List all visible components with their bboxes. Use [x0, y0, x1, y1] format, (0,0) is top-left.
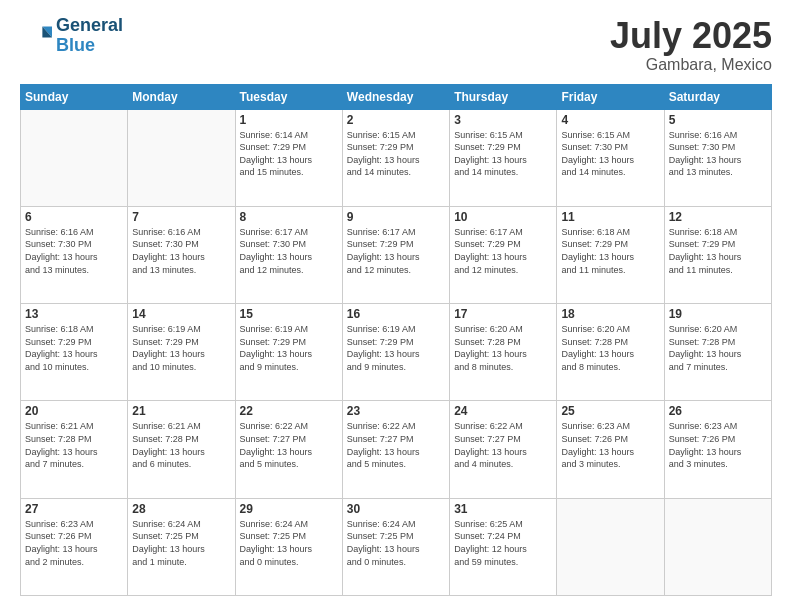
calendar-cell [557, 498, 664, 595]
day-number: 17 [454, 307, 552, 321]
day-number: 24 [454, 404, 552, 418]
day-number: 3 [454, 113, 552, 127]
calendar-cell: 3Sunrise: 6:15 AM Sunset: 7:29 PM Daylig… [450, 109, 557, 206]
day-info: Sunrise: 6:23 AM Sunset: 7:26 PM Dayligh… [669, 420, 767, 470]
day-number: 29 [240, 502, 338, 516]
day-info: Sunrise: 6:18 AM Sunset: 7:29 PM Dayligh… [669, 226, 767, 276]
calendar-cell: 20Sunrise: 6:21 AM Sunset: 7:28 PM Dayli… [21, 401, 128, 498]
calendar-weekday-header: Saturday [664, 84, 771, 109]
calendar-cell: 18Sunrise: 6:20 AM Sunset: 7:28 PM Dayli… [557, 304, 664, 401]
day-info: Sunrise: 6:20 AM Sunset: 7:28 PM Dayligh… [454, 323, 552, 373]
calendar-weekday-header: Wednesday [342, 84, 449, 109]
calendar-cell: 19Sunrise: 6:20 AM Sunset: 7:28 PM Dayli… [664, 304, 771, 401]
calendar-cell: 23Sunrise: 6:22 AM Sunset: 7:27 PM Dayli… [342, 401, 449, 498]
calendar-cell: 27Sunrise: 6:23 AM Sunset: 7:26 PM Dayli… [21, 498, 128, 595]
day-number: 30 [347, 502, 445, 516]
calendar-cell: 31Sunrise: 6:25 AM Sunset: 7:24 PM Dayli… [450, 498, 557, 595]
day-info: Sunrise: 6:19 AM Sunset: 7:29 PM Dayligh… [240, 323, 338, 373]
calendar-cell: 2Sunrise: 6:15 AM Sunset: 7:29 PM Daylig… [342, 109, 449, 206]
calendar-cell [21, 109, 128, 206]
calendar-week-row: 13Sunrise: 6:18 AM Sunset: 7:29 PM Dayli… [21, 304, 772, 401]
day-number: 15 [240, 307, 338, 321]
calendar-cell: 17Sunrise: 6:20 AM Sunset: 7:28 PM Dayli… [450, 304, 557, 401]
logo-icon [20, 20, 52, 52]
calendar-cell [664, 498, 771, 595]
day-number: 13 [25, 307, 123, 321]
day-info: Sunrise: 6:15 AM Sunset: 7:29 PM Dayligh… [454, 129, 552, 179]
calendar-cell: 5Sunrise: 6:16 AM Sunset: 7:30 PM Daylig… [664, 109, 771, 206]
day-number: 18 [561, 307, 659, 321]
day-number: 25 [561, 404, 659, 418]
logo: General Blue [20, 16, 123, 56]
calendar-cell: 15Sunrise: 6:19 AM Sunset: 7:29 PM Dayli… [235, 304, 342, 401]
day-info: Sunrise: 6:18 AM Sunset: 7:29 PM Dayligh… [561, 226, 659, 276]
day-number: 8 [240, 210, 338, 224]
day-number: 9 [347, 210, 445, 224]
calendar-cell: 30Sunrise: 6:24 AM Sunset: 7:25 PM Dayli… [342, 498, 449, 595]
day-info: Sunrise: 6:24 AM Sunset: 7:25 PM Dayligh… [347, 518, 445, 568]
day-number: 27 [25, 502, 123, 516]
calendar-cell: 29Sunrise: 6:24 AM Sunset: 7:25 PM Dayli… [235, 498, 342, 595]
calendar-cell: 12Sunrise: 6:18 AM Sunset: 7:29 PM Dayli… [664, 206, 771, 303]
day-info: Sunrise: 6:20 AM Sunset: 7:28 PM Dayligh… [669, 323, 767, 373]
logo-line1: General [56, 16, 123, 36]
day-number: 20 [25, 404, 123, 418]
location: Gambara, Mexico [610, 56, 772, 74]
day-number: 31 [454, 502, 552, 516]
day-info: Sunrise: 6:18 AM Sunset: 7:29 PM Dayligh… [25, 323, 123, 373]
page: General Blue July 2025 Gambara, Mexico S… [0, 0, 792, 612]
day-number: 26 [669, 404, 767, 418]
logo-text: General Blue [56, 16, 123, 56]
day-number: 16 [347, 307, 445, 321]
day-info: Sunrise: 6:16 AM Sunset: 7:30 PM Dayligh… [25, 226, 123, 276]
day-info: Sunrise: 6:22 AM Sunset: 7:27 PM Dayligh… [454, 420, 552, 470]
day-number: 21 [132, 404, 230, 418]
calendar-week-row: 27Sunrise: 6:23 AM Sunset: 7:26 PM Dayli… [21, 498, 772, 595]
day-info: Sunrise: 6:25 AM Sunset: 7:24 PM Dayligh… [454, 518, 552, 568]
day-number: 4 [561, 113, 659, 127]
day-info: Sunrise: 6:22 AM Sunset: 7:27 PM Dayligh… [240, 420, 338, 470]
day-number: 19 [669, 307, 767, 321]
day-info: Sunrise: 6:22 AM Sunset: 7:27 PM Dayligh… [347, 420, 445, 470]
calendar-cell: 9Sunrise: 6:17 AM Sunset: 7:29 PM Daylig… [342, 206, 449, 303]
day-info: Sunrise: 6:15 AM Sunset: 7:30 PM Dayligh… [561, 129, 659, 179]
calendar-weekday-header: Monday [128, 84, 235, 109]
calendar-cell: 24Sunrise: 6:22 AM Sunset: 7:27 PM Dayli… [450, 401, 557, 498]
calendar-table: SundayMondayTuesdayWednesdayThursdayFrid… [20, 84, 772, 596]
day-info: Sunrise: 6:21 AM Sunset: 7:28 PM Dayligh… [25, 420, 123, 470]
logo-line2: Blue [56, 36, 123, 56]
calendar-cell: 16Sunrise: 6:19 AM Sunset: 7:29 PM Dayli… [342, 304, 449, 401]
day-info: Sunrise: 6:19 AM Sunset: 7:29 PM Dayligh… [132, 323, 230, 373]
day-info: Sunrise: 6:16 AM Sunset: 7:30 PM Dayligh… [132, 226, 230, 276]
month-title: July 2025 [610, 16, 772, 56]
day-info: Sunrise: 6:24 AM Sunset: 7:25 PM Dayligh… [132, 518, 230, 568]
calendar-weekday-header: Thursday [450, 84, 557, 109]
day-number: 14 [132, 307, 230, 321]
day-info: Sunrise: 6:24 AM Sunset: 7:25 PM Dayligh… [240, 518, 338, 568]
calendar-week-row: 1Sunrise: 6:14 AM Sunset: 7:29 PM Daylig… [21, 109, 772, 206]
day-info: Sunrise: 6:21 AM Sunset: 7:28 PM Dayligh… [132, 420, 230, 470]
day-info: Sunrise: 6:17 AM Sunset: 7:30 PM Dayligh… [240, 226, 338, 276]
day-number: 7 [132, 210, 230, 224]
day-number: 23 [347, 404, 445, 418]
day-info: Sunrise: 6:23 AM Sunset: 7:26 PM Dayligh… [25, 518, 123, 568]
header: General Blue July 2025 Gambara, Mexico [20, 16, 772, 74]
calendar-cell: 21Sunrise: 6:21 AM Sunset: 7:28 PM Dayli… [128, 401, 235, 498]
day-info: Sunrise: 6:15 AM Sunset: 7:29 PM Dayligh… [347, 129, 445, 179]
day-number: 10 [454, 210, 552, 224]
day-number: 2 [347, 113, 445, 127]
calendar-cell: 1Sunrise: 6:14 AM Sunset: 7:29 PM Daylig… [235, 109, 342, 206]
day-number: 28 [132, 502, 230, 516]
calendar-weekday-header: Tuesday [235, 84, 342, 109]
day-info: Sunrise: 6:20 AM Sunset: 7:28 PM Dayligh… [561, 323, 659, 373]
calendar-cell: 26Sunrise: 6:23 AM Sunset: 7:26 PM Dayli… [664, 401, 771, 498]
day-info: Sunrise: 6:14 AM Sunset: 7:29 PM Dayligh… [240, 129, 338, 179]
calendar-cell: 10Sunrise: 6:17 AM Sunset: 7:29 PM Dayli… [450, 206, 557, 303]
calendar-cell: 13Sunrise: 6:18 AM Sunset: 7:29 PM Dayli… [21, 304, 128, 401]
calendar-cell: 11Sunrise: 6:18 AM Sunset: 7:29 PM Dayli… [557, 206, 664, 303]
calendar-cell: 28Sunrise: 6:24 AM Sunset: 7:25 PM Dayli… [128, 498, 235, 595]
calendar-header-row: SundayMondayTuesdayWednesdayThursdayFrid… [21, 84, 772, 109]
calendar-cell: 8Sunrise: 6:17 AM Sunset: 7:30 PM Daylig… [235, 206, 342, 303]
day-number: 11 [561, 210, 659, 224]
calendar-cell: 22Sunrise: 6:22 AM Sunset: 7:27 PM Dayli… [235, 401, 342, 498]
